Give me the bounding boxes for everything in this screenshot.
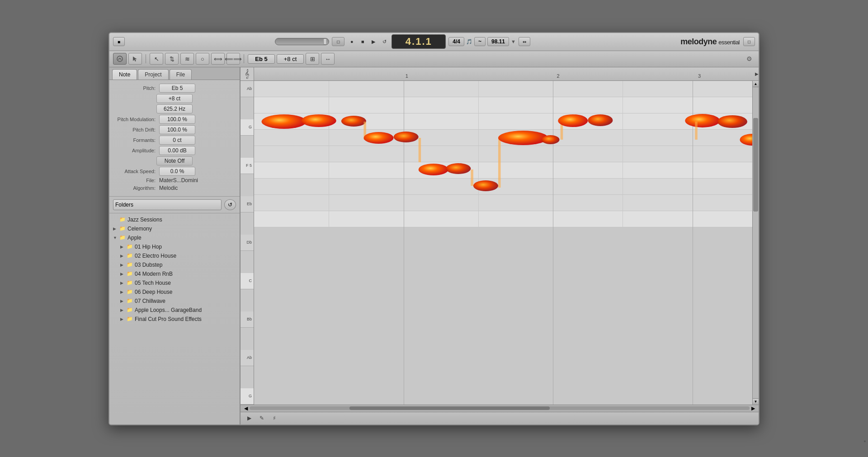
scroll-thumb[interactable] [753, 118, 758, 211]
timeline-arrow: ▶ [755, 71, 759, 76]
bottom-play-btn[interactable]: ▶ [244, 414, 254, 423]
pointer-tool-btn[interactable]: ↖ [150, 53, 163, 65]
tree-item-celemony[interactable]: ▶ 📁 Celemony [109, 224, 240, 233]
note-eb5-far[interactable] [740, 134, 752, 146]
folder-dropdown[interactable]: Folders [113, 199, 222, 210]
stop-btn[interactable]: ■ [358, 37, 367, 46]
attack-speed-value[interactable]: 0.0 % [159, 167, 195, 176]
tree-item-apple[interactable]: ▼ 📁 Apple [109, 233, 240, 242]
key-bb: Bb [241, 311, 254, 328]
quantize-btn[interactable]: ⊞ [306, 53, 319, 65]
rise-1 [498, 138, 501, 188]
scroll-track[interactable] [753, 87, 759, 398]
mini-btn[interactable]: ■ [113, 37, 125, 46]
folder-icon-final-cut: 📁 [127, 316, 133, 322]
tree-item-final-cut[interactable]: ▶ 📁 Final Cut Pro Sound Effects [109, 315, 240, 324]
amplitude-value[interactable]: 0.00 dB [159, 146, 195, 155]
note-f5-7[interactable] [717, 115, 747, 128]
window-btn[interactable]: □ [743, 37, 755, 46]
pitch-mod-row: Pitch Modulation: 100.0 % [114, 115, 235, 124]
key-db: Db [241, 235, 254, 251]
tree-item-apple-loops[interactable]: ▶ 📁 Apple Loops... GarageBand [109, 306, 240, 315]
note-c5-2[interactable] [446, 163, 471, 174]
tree-label-final-cut: Final Cut Pro Sound Effects [135, 316, 202, 322]
folder-icon-apple: 📁 [119, 235, 126, 240]
formant-btn[interactable]: ○ [196, 53, 209, 65]
pitch-drift-value[interactable]: 100.0 % [159, 125, 195, 134]
folder-icon-apple-loops: 📁 [127, 307, 133, 313]
tree-item-hip-hop[interactable]: ▶ 📁 01 Hip Hop [109, 242, 240, 251]
pitch-move-btn[interactable]: ⇅ [165, 53, 179, 65]
transport-box[interactable]: □ [332, 37, 344, 46]
tree-label-apple-loops: Apple Loops... GarageBand [135, 307, 202, 313]
note-eb5-3[interactable] [498, 131, 548, 145]
pitch-tool-btn[interactable] [113, 53, 127, 65]
note-f5-6[interactable] [685, 114, 720, 127]
tree-item-jazz-sessions[interactable]: 📁 Jazz Sessions [109, 215, 240, 224]
play-btn[interactable]: ▶ [369, 37, 378, 46]
drop-3 [471, 170, 473, 186]
tempo-tilde: ~ [474, 37, 486, 46]
note-grid[interactable] [254, 81, 752, 405]
scrollbar-thumb[interactable] [349, 406, 549, 410]
amplitude-btn[interactable]: ≋ [180, 53, 194, 65]
pitch-drift-label: Pitch Drift: [114, 127, 159, 132]
tree-arrow-apple-loops: ▶ [120, 308, 125, 312]
scrollbar-track[interactable] [250, 406, 750, 410]
main-content: Note Project File Pitch: Eb 5 +8 ct 625.… [109, 67, 759, 424]
tab-file[interactable]: File [170, 69, 192, 80]
tree-item-chillwave[interactable]: ▶ 📁 07 Chillwave [109, 297, 240, 306]
note-eb5-3c[interactable] [542, 135, 560, 144]
scroll-left-btn[interactable]: ◀ [242, 405, 250, 411]
tab-project[interactable]: Project [138, 69, 168, 80]
pitch-ct-row: +8 ct [114, 94, 235, 103]
scroll-right-btn[interactable]: ▶ [750, 405, 757, 411]
note-f5-2[interactable] [302, 114, 336, 127]
pitch-value[interactable]: Eb 5 [159, 84, 195, 93]
note-eb5-2[interactable] [394, 132, 419, 142]
key-g-low: G [241, 388, 254, 405]
tree-item-electro-house[interactable]: ▶ 📁 02 Electro House [109, 251, 240, 260]
pitch-hz-value[interactable]: 625.2 Hz [156, 104, 193, 113]
expand-btn[interactable]: ⇔ [519, 37, 530, 46]
pitch-row: Pitch: Eb 5 [114, 84, 235, 93]
tree-item-tech-house[interactable]: ▶ 📁 05 Tech House [109, 278, 240, 287]
note-f5-5[interactable] [588, 114, 613, 126]
loop-btn[interactable]: ↺ [380, 37, 389, 46]
note-eb5-1[interactable] [363, 132, 393, 144]
right-scrollbar[interactable]: ▲ ● ▼ [752, 81, 759, 405]
tree-item-dubstep[interactable]: ▶ 📁 03 Dubstep [109, 260, 240, 269]
selected-ct: +8 ct [277, 54, 304, 64]
time-btn[interactable]: ⟺ [211, 53, 225, 65]
bottom-hash-btn[interactable]: ♯ [269, 414, 279, 423]
split-btn[interactable]: ⟸⟹ [226, 53, 240, 65]
folder-refresh-btn[interactable]: ↺ [224, 199, 236, 210]
key-c: C [241, 273, 254, 289]
tree-item-modern-rnb[interactable]: ▶ 📁 04 Modern RnB [109, 269, 240, 278]
note-bb4[interactable] [473, 180, 498, 191]
select-tool-btn[interactable] [128, 53, 142, 65]
pitch-mod-label: Pitch Modulation: [114, 117, 159, 122]
tempo-value[interactable]: 98.11 [487, 37, 509, 46]
pitch-ct-value[interactable]: +8 ct [156, 94, 193, 103]
note-c5-1[interactable] [419, 164, 448, 175]
algorithm-row: Algorithm: Melodic [114, 185, 235, 191]
settings-gear-btn[interactable]: ⚙ [743, 53, 755, 65]
note-f5-4[interactable] [558, 114, 588, 127]
key-f5: F 5 [241, 158, 254, 174]
folder-icon-celemony: 📁 [119, 226, 126, 231]
distribute-btn[interactable]: ↔ [321, 53, 335, 65]
bottom-scrollbar[interactable]: ◀ ▶ [241, 405, 759, 412]
record-btn[interactable]: ● [347, 37, 356, 46]
note-f5-3[interactable] [341, 116, 366, 127]
tree-item-deep-house[interactable]: ▶ 📁 06 Deep House [109, 287, 240, 297]
pitch-mod-value[interactable]: 100.0 % [159, 115, 195, 124]
scroll-down-btn[interactable]: ▼ [753, 398, 759, 405]
tab-note[interactable]: Note [112, 69, 137, 80]
bottom-pencil-btn[interactable]: ✎ [257, 414, 267, 423]
scroll-up-btn[interactable]: ▲ [753, 81, 759, 87]
formants-value[interactable]: 0 ct [159, 136, 195, 145]
note-off-btn[interactable]: Note Off [156, 156, 193, 165]
transport-slider[interactable] [275, 38, 329, 45]
note-f5-1[interactable] [262, 114, 307, 129]
